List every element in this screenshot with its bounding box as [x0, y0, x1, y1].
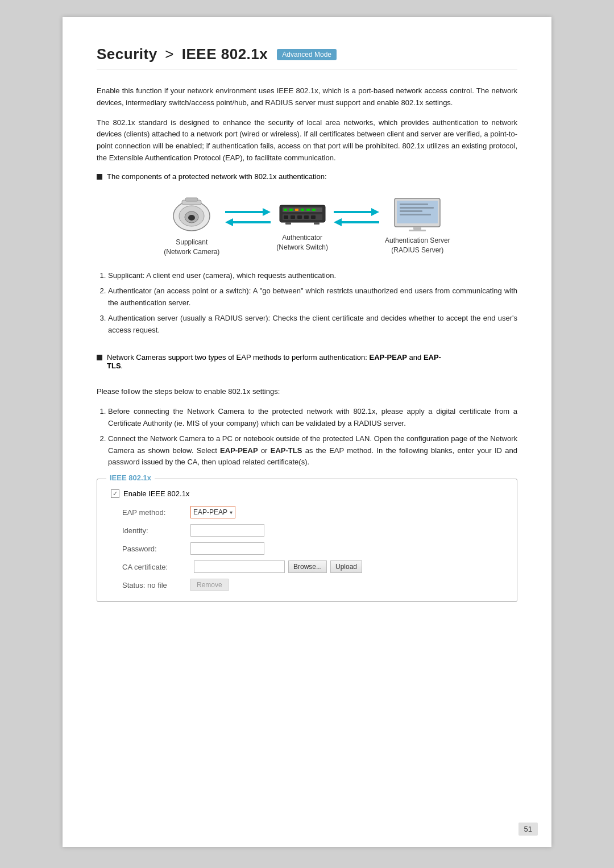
supplicant-label: Supplicant (Network Camera): [164, 238, 219, 257]
svg-rect-19: [311, 215, 316, 219]
page-number: 51: [518, 823, 538, 836]
status-row: Status: no file Remove: [122, 579, 503, 591]
enable-label: Enable IEEE 802.1x: [123, 489, 189, 498]
svg-rect-25: [400, 207, 434, 209]
enable-checkbox[interactable]: [111, 489, 119, 498]
svg-rect-9: [289, 209, 293, 211]
arrow-left-1: [225, 218, 271, 226]
monitor-icon: [392, 196, 443, 232]
password-label: Password:: [122, 545, 190, 553]
diagram-authenticator: Authenticator (Network Switch): [276, 198, 328, 252]
components-bullet: The components of a protected network wi…: [97, 172, 517, 181]
svg-rect-24: [400, 203, 428, 205]
arrow-right-2: [334, 208, 379, 216]
arrow-right-1: [225, 208, 271, 216]
list-item-1: Supplicant: A client end user (camera), …: [108, 270, 517, 282]
password-input[interactable]: [190, 542, 264, 555]
components-text: The components of a protected network wi…: [107, 172, 327, 181]
arrow-group-2: [334, 208, 379, 243]
advanced-mode-badge: Advanced Mode: [277, 49, 337, 60]
svg-rect-5: [185, 198, 198, 201]
intro-paragraph-1: Enable this function if your network env…: [97, 85, 517, 109]
eap-bullet: Network Cameras support two types of EAP…: [97, 353, 517, 370]
list-item-2: Authenticator (an access point or a swit…: [108, 285, 517, 309]
browse-button[interactable]: Browse...: [288, 560, 327, 573]
eap-text: Network Cameras support two types of EAP…: [107, 353, 441, 370]
ca-cert-label: CA certificate:: [122, 563, 190, 571]
svg-rect-28: [413, 227, 421, 230]
bullet-icon: [97, 174, 102, 180]
steps-intro: Please follow the steps below to enable …: [97, 386, 517, 398]
enable-checkbox-row[interactable]: Enable IEEE 802.1x: [111, 489, 503, 498]
status-label: Status: no file: [122, 581, 190, 589]
camera-icon: [166, 194, 217, 234]
auth-server-label: Authentication Server (RADIUS Server): [385, 236, 450, 255]
form-box-title: IEEE 802.1x: [106, 474, 155, 482]
identity-input[interactable]: [190, 524, 264, 537]
svg-rect-10: [295, 209, 298, 211]
authenticator-label: Authenticator (Network Switch): [276, 233, 328, 252]
svg-rect-20: [285, 222, 291, 225]
svg-rect-17: [297, 215, 302, 219]
svg-rect-13: [312, 209, 316, 211]
eap-method-label: EAP method:: [122, 508, 190, 517]
svg-rect-16: [291, 215, 295, 219]
page-title: Security > IEEE 802.1x: [97, 45, 268, 63]
list-item-3: Authentication server (usually a RADIUS …: [108, 313, 517, 337]
title-row: Security > IEEE 802.1x Advanced Mode: [97, 45, 517, 69]
svg-rect-8: [284, 209, 287, 211]
eap-method-value: EAP-PEAP: [193, 508, 227, 516]
chevron-down-icon: ▾: [230, 509, 233, 516]
title-separator: >: [161, 45, 179, 63]
password-row: Password:: [122, 542, 503, 555]
identity-label: Identity:: [122, 526, 190, 535]
upload-button[interactable]: Upload: [330, 560, 362, 573]
ieee-form-box: IEEE 802.1x Enable IEEE 802.1x EAP metho…: [97, 479, 517, 602]
svg-rect-27: [400, 214, 431, 215]
svg-point-3: [188, 215, 195, 221]
eap-bullet-icon: [97, 355, 102, 360]
list2-item-2: Connect the Network Camera to a PC or no…: [108, 433, 517, 468]
list-2: Before connecting the Network Camera to …: [108, 406, 517, 468]
eap-method-row: EAP method: EAP-PEAP ▾: [122, 506, 503, 518]
svg-rect-21: [314, 222, 320, 225]
diagram-supplicant: Supplicant (Network Camera): [164, 194, 219, 257]
list2-item-1: Before connecting the Network Camera to …: [108, 406, 517, 430]
title-ieee: IEEE 802.1x: [182, 45, 268, 63]
svg-rect-14: [283, 214, 322, 220]
ca-cert-row: CA certificate: Browse... Upload: [122, 560, 503, 573]
eap-method-select[interactable]: EAP-PEAP ▾: [190, 506, 235, 518]
arrow-left-2: [334, 218, 379, 226]
diagram-area: Supplicant (Network Camera): [97, 194, 517, 257]
ca-cert-input: [194, 560, 285, 573]
svg-rect-26: [400, 210, 422, 212]
svg-rect-29: [409, 230, 426, 231]
identity-row: Identity:: [122, 524, 503, 537]
page-container: Security > IEEE 802.1x Advanced Mode Ena…: [63, 17, 551, 847]
svg-rect-12: [306, 209, 310, 211]
svg-rect-11: [301, 209, 304, 211]
svg-rect-18: [304, 215, 309, 219]
svg-rect-15: [284, 215, 288, 219]
title-security: Security: [97, 45, 157, 63]
intro-paragraph-2: The 802.1x standard is designed to enhan…: [97, 117, 517, 164]
remove-button[interactable]: Remove: [190, 579, 229, 591]
diagram-auth-server: Authentication Server (RADIUS Server): [385, 196, 450, 255]
arrow-group-1: [225, 208, 271, 243]
list-1: Supplicant: A client end user (camera), …: [108, 270, 517, 336]
switch-icon: [277, 198, 328, 230]
